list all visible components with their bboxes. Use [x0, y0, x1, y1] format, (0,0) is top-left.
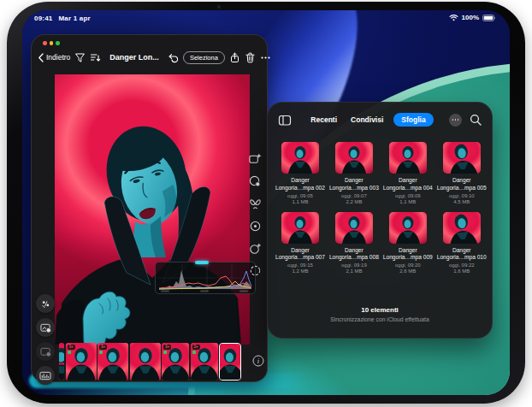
- file-thumbnail[interactable]: [281, 142, 319, 174]
- file-size: 2,6 MB: [399, 268, 416, 274]
- file-thumbnail[interactable]: [443, 142, 481, 174]
- filmstrip-thumb[interactable]: 3+: [66, 343, 97, 380]
- item-count: 10 elementi: [268, 306, 492, 314]
- curves-icon[interactable]: [247, 196, 263, 211]
- photo-canvas[interactable]: [55, 74, 250, 345]
- window-controls[interactable]: [43, 41, 60, 45]
- file-item[interactable]: DangerLongoria…mpa 008oggi, 09:192,1 MB: [329, 212, 379, 274]
- file-date: oggi, 09:10: [449, 193, 475, 198]
- editing-tools-column: [244, 151, 266, 278]
- back-button[interactable]: Indietro: [38, 53, 70, 62]
- file-thumbnail[interactable]: [335, 212, 373, 244]
- file-date: oggi, 09:22: [449, 262, 475, 268]
- status-bar-right: 100%: [449, 14, 496, 21]
- info-icon[interactable]: i: [252, 355, 264, 367]
- filmstrip-thumb-selected[interactable]: [219, 343, 241, 380]
- file-item[interactable]: DangerLongoria…mpa 004oggi, 09:091,1 MB: [383, 142, 433, 204]
- edit-badge: 3+: [163, 345, 171, 354]
- filmstrip-thumb[interactable]: [59, 343, 64, 380]
- file-size: 2,1 MB: [346, 268, 362, 274]
- file-name: DangerLongoria…mpa 005: [437, 177, 487, 192]
- undo-icon[interactable]: [168, 52, 179, 63]
- file-date: oggi, 09:05: [287, 193, 313, 198]
- tabs-strip: RecentiCondivisiSfoglia: [307, 113, 433, 127]
- file-name: DangerLongoria…mpa 007: [275, 247, 325, 262]
- photo-editor-window: Indietro Danger Lon... Seleziona: [31, 34, 268, 382]
- zoom-dot[interactable]: [56, 41, 60, 45]
- white-balance-icon[interactable]: [247, 174, 263, 189]
- close-dot[interactable]: [43, 41, 47, 45]
- search-icon[interactable]: [470, 114, 482, 126]
- file-item[interactable]: DangerLongoria…mpa 007oggi, 09:151,2 MB: [275, 212, 325, 274]
- histogram-icon[interactable]: [36, 366, 55, 385]
- share-icon[interactable]: [229, 52, 240, 63]
- file-name: DangerLongoria…mpa 004: [383, 177, 433, 192]
- wifi-icon: [449, 14, 458, 21]
- more-icon[interactable]: [260, 52, 271, 63]
- status-time: 09:41: [34, 15, 52, 22]
- file-item[interactable]: DangerLongoria…mpa 010oggi, 09:221,6 MB: [437, 212, 487, 274]
- editor-toolbar: Indietro Danger Lon... Seleziona: [38, 49, 261, 66]
- filmstrip-thumb[interactable]: 3+: [162, 343, 189, 380]
- file-size: 2,2 MB: [346, 199, 362, 204]
- edit-badge: 3+: [99, 345, 107, 354]
- select-button[interactable]: Seleziona: [183, 51, 225, 64]
- file-name: DangerLongoria…mpa 002: [275, 177, 325, 192]
- filmstrip: 3+ 3+ 3+ 3+: [59, 343, 241, 380]
- file-size: 1,1 MB: [399, 199, 416, 204]
- file-item[interactable]: DangerLongoria…mpa 002oggi, 09:051,1 MB: [275, 142, 325, 204]
- tab-recenti[interactable]: Recenti: [307, 113, 340, 127]
- photo-gear-icon[interactable]: [36, 342, 55, 361]
- file-name: DangerLongoria…mpa 009: [383, 247, 433, 262]
- trash-icon[interactable]: [245, 52, 256, 63]
- file-thumbnail[interactable]: [443, 212, 481, 244]
- file-size: 1,6 MB: [453, 268, 470, 274]
- file-item[interactable]: DangerLongoria…mpa 009oggi, 09:202,6 MB: [383, 212, 433, 274]
- screen: 09:41 Mar 1 apr 100% Indietro: [22, 10, 510, 395]
- front-camera: [217, 5, 221, 9]
- photo-badge-icon[interactable]: [36, 318, 55, 337]
- woman-portrait: [55, 74, 250, 345]
- file-item[interactable]: DangerLongoria…mpa 005oggi, 09:104,5 MB: [437, 142, 487, 204]
- enhance-icon[interactable]: [247, 151, 263, 167]
- file-thumbnail[interactable]: [335, 142, 373, 174]
- file-date: oggi, 09:07: [341, 193, 367, 198]
- file-size: 1,1 MB: [292, 199, 308, 204]
- histogram-overlay[interactable]: [155, 262, 256, 294]
- file-thumbnail[interactable]: [281, 212, 319, 244]
- more-circle-icon[interactable]: [449, 114, 462, 127]
- sidebar-icon[interactable]: [278, 114, 292, 127]
- tab-condivisi[interactable]: Condivisi: [347, 113, 387, 127]
- effects-icon[interactable]: [247, 240, 263, 256]
- histogram-curves: [156, 262, 255, 293]
- filter-icon[interactable]: [74, 52, 86, 63]
- filmstrip-thumb[interactable]: 3+: [191, 343, 218, 380]
- photo-browser-window: RecentiCondivisiSfoglia DangerLongoria…m…: [267, 102, 493, 339]
- filmstrip-thumb[interactable]: [130, 343, 161, 380]
- file-date: oggi, 09:09: [395, 193, 421, 198]
- tab-sfoglia[interactable]: Sfoglia: [393, 113, 433, 127]
- browser-footer: 10 elementi Sincronizzazione con iCloud …: [268, 306, 492, 322]
- file-size: 1,2 MB: [292, 268, 308, 274]
- exposure-icon[interactable]: [247, 218, 263, 233]
- file-thumbnail[interactable]: [389, 212, 427, 244]
- sync-status: Sincronizzazione con iCloud effettuata: [268, 316, 492, 322]
- file-date: oggi, 09:15: [287, 262, 313, 268]
- battery-percent: 100%: [462, 14, 479, 21]
- adjust-icon[interactable]: [36, 294, 55, 313]
- back-label: Indietro: [46, 53, 70, 62]
- file-thumbnail[interactable]: [389, 142, 427, 174]
- sort-icon[interactable]: [90, 52, 101, 63]
- minimize-dot[interactable]: [50, 41, 54, 45]
- filmstrip-thumb[interactable]: 3+: [98, 343, 128, 380]
- ipad-device: 09:41 Mar 1 apr 100% Indietro: [7, 2, 525, 404]
- svg-text:i: i: [257, 357, 260, 365]
- histogram-handle[interactable]: [195, 261, 209, 264]
- vignette-icon[interactable]: [247, 262, 263, 278]
- browser-tab-bar: RecentiCondivisiSfoglia: [278, 110, 482, 129]
- edit-badge: 3+: [192, 345, 200, 354]
- file-item[interactable]: DangerLongoria…mpa 003oggi, 09:072,2 MB: [329, 142, 379, 204]
- editor-title: Danger Lon...: [109, 53, 159, 62]
- status-bar-left: 09:41 Mar 1 apr: [34, 15, 91, 22]
- file-date: oggi, 09:19: [341, 262, 367, 268]
